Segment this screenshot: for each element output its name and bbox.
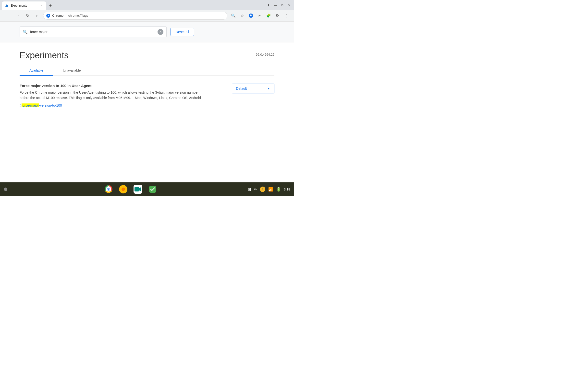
taskbar: ⊞ ✏ 3 📶 🔋 3:18 — [0, 182, 294, 196]
screenshot-icon[interactable]: ⊞ — [248, 187, 251, 192]
new-tab-button[interactable]: + — [47, 2, 54, 9]
address-bar: ← → ↻ ⌂ Chrome | chrome://flags 🔍 ☆ ✂ 🧩 — [0, 10, 294, 22]
page-title: Experiments — [19, 50, 69, 60]
minimize-button[interactable]: — — [273, 2, 278, 8]
taskbar-app4-icon[interactable] — [148, 184, 158, 194]
main-content: 🔍 ✕ Reset all Experiments 96.0.4664.25 A… — [0, 22, 294, 182]
window-controls: ⬇ — ⧉ ✕ — [266, 2, 292, 8]
battery-icon[interactable]: 🔋 — [276, 187, 281, 192]
svg-rect-13 — [134, 187, 139, 192]
page-header: Experiments 96.0.4664.25 — [0, 42, 294, 60]
flag-content: Force major version to 100 in User-Agent… — [19, 84, 222, 108]
flag-link-suffix: -version-to-100 — [39, 104, 62, 108]
taskbar-right: ⊞ ✏ 3 📶 🔋 3:18 — [248, 186, 290, 192]
flags-section: Force major version to 100 in User-Agent… — [0, 76, 294, 121]
address-separator: | — [65, 14, 66, 18]
taskbar-app2-icon[interactable] — [118, 184, 128, 194]
tab-favicon-icon — [5, 4, 9, 8]
pen-icon[interactable]: ✏ — [254, 187, 257, 192]
title-bar: Experiments × + ⬇ — ⧉ ✕ — [0, 0, 294, 10]
menu-icon[interactable]: ⋮ — [282, 12, 290, 20]
reset-all-button[interactable]: Reset all — [171, 28, 194, 36]
flag-dropdown[interactable]: Default Enabled Disabled — [236, 86, 265, 90]
taskbar-center — [14, 184, 248, 194]
flag-description: Force the Chrome major version in the Us… — [19, 90, 206, 101]
flag-select-container[interactable]: Default Enabled Disabled ▼ — [232, 84, 275, 94]
search-input[interactable] — [30, 30, 155, 34]
address-input[interactable]: Chrome | chrome://flags — [43, 12, 227, 20]
refresh-button[interactable]: ↻ — [23, 12, 31, 20]
taskbar-left — [4, 188, 14, 191]
flag-link-highlight: force-major — [21, 104, 39, 108]
tab-close-button[interactable]: × — [39, 4, 43, 8]
tab-unavailable[interactable]: Unavailable — [53, 66, 91, 76]
svg-point-12 — [121, 188, 125, 191]
active-tab[interactable]: Experiments × — [2, 2, 46, 10]
svg-point-5 — [250, 14, 252, 16]
search-magnifier-icon: 🔍 — [23, 30, 28, 34]
flag-entry: Force major version to 100 in User-Agent… — [19, 84, 275, 114]
flag-link[interactable]: #force-major-version-to-100 — [19, 103, 222, 108]
tab-available[interactable]: Available — [19, 66, 53, 76]
forward-button[interactable]: → — [14, 12, 21, 20]
tabs-section: Available Unavailable — [0, 66, 294, 76]
back-button[interactable]: ← — [4, 12, 12, 20]
svg-point-6 — [277, 15, 278, 16]
taskbar-status-dot — [4, 188, 7, 191]
search-icon[interactable]: 🔍 — [229, 12, 237, 20]
search-box[interactable]: 🔍 ✕ — [19, 26, 167, 37]
taskbar-time: 3:18 — [284, 188, 290, 191]
site-favicon-icon — [46, 14, 50, 18]
extensions-icon[interactable]: 🧩 — [265, 12, 273, 20]
scissors-icon[interactable]: ✂ — [256, 12, 264, 20]
flag-link-prefix: # — [19, 104, 21, 108]
svg-point-10 — [108, 188, 109, 190]
tabs-bar: Available Unavailable — [19, 66, 275, 76]
taskbar-meet-icon[interactable] — [133, 184, 143, 194]
search-clear-button[interactable]: ✕ — [158, 29, 163, 35]
dropdown-arrow-icon: ▼ — [267, 87, 270, 90]
close-button[interactable]: ✕ — [286, 2, 292, 8]
bookmark-icon[interactable]: ☆ — [238, 12, 246, 20]
home-button[interactable]: ⌂ — [33, 12, 41, 20]
site-name-label: Chrome — [52, 14, 63, 18]
flag-title: Force major version to 100 in User-Agent — [19, 84, 222, 88]
svg-marker-1 — [6, 4, 8, 7]
toolbar-icons: 🔍 ☆ ✂ 🧩 ⋮ — [229, 12, 290, 20]
taskbar-chrome-icon[interactable] — [104, 184, 113, 194]
maximize-button[interactable]: ⧉ — [279, 2, 285, 8]
tab-title-label: Experiments — [11, 4, 37, 7]
notification-badge[interactable]: 3 — [260, 186, 265, 192]
settings-icon[interactable] — [274, 12, 281, 20]
version-text: 96.0.4664.25 — [256, 53, 275, 56]
wifi-icon[interactable]: 📶 — [268, 187, 273, 192]
url-text: chrome://flags — [68, 14, 88, 18]
profile-icon[interactable] — [247, 12, 255, 20]
download-icon[interactable]: ⬇ — [266, 2, 272, 8]
search-section: 🔍 ✕ Reset all — [0, 22, 294, 42]
svg-point-3 — [48, 15, 49, 16]
